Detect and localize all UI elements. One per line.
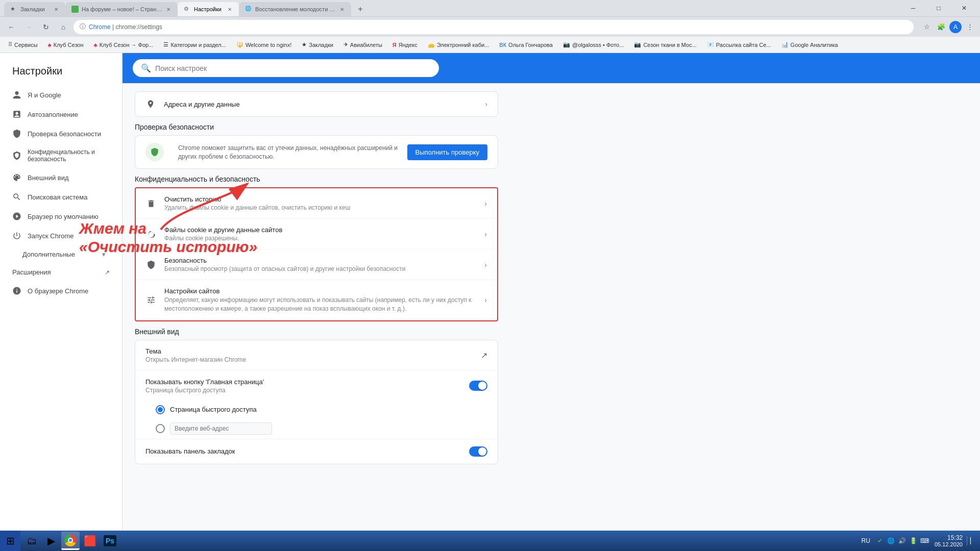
- sidebar-item-default-browser[interactable]: Браузер по умолчанию: [0, 207, 118, 226]
- bookmark-mailing[interactable]: 📧Рассылка сайта Се...: [703, 39, 775, 50]
- theme-subtitle: Открыть Интернет-магазин Chrome: [145, 356, 481, 363]
- sidebar-item-appearance[interactable]: Внешний вид: [0, 168, 118, 187]
- radio-quick-access[interactable]: Страница быстрого доступа: [135, 401, 498, 418]
- bookmark-categories[interactable]: ☰Категории и раздел...: [159, 39, 230, 50]
- tab-favicon-bookmarks: ★: [10, 6, 17, 13]
- autofill-icon: [12, 110, 21, 119]
- show-desktop-icon[interactable]: ▏: [967, 536, 976, 545]
- new-tab-button[interactable]: +: [353, 2, 368, 16]
- tab-close-bookmarks[interactable]: ✕: [53, 6, 59, 13]
- search-input[interactable]: [155, 64, 431, 72]
- start-button[interactable]: ⊞: [0, 531, 20, 551]
- tabs-area: ★ Закладки ✕ На форуме – новое! – Страни…: [4, 0, 901, 16]
- bookmark-analytics[interactable]: 📊Google Аналитика: [777, 39, 842, 50]
- address-box[interactable]: ⓘ Chrome | chrome://settings: [74, 20, 914, 34]
- forward-button[interactable]: →: [21, 20, 36, 34]
- bookmark-clubseason2[interactable]: ♣Клуб Сезон → Фор...: [90, 40, 158, 50]
- sliders-icon: [146, 295, 156, 305]
- radio-label-quick-access: Страница быстрого доступа: [170, 406, 257, 413]
- cookies-item[interactable]: Файлы cookie и другие данные сайтов Файл…: [136, 218, 497, 249]
- taskbar-item-photoshop[interactable]: Ps: [101, 532, 119, 550]
- tab-close-settings[interactable]: ✕: [227, 6, 233, 13]
- tab-restore[interactable]: 🌐 Восстановление молодости ли... ✕: [239, 2, 351, 16]
- address-arrow-icon: ›: [485, 100, 487, 108]
- search-box[interactable]: 🔍: [133, 59, 439, 77]
- sidebar-item-privacy[interactable]: Конфиденциальность и безопасность: [0, 143, 118, 168]
- back-button[interactable]: ←: [4, 20, 18, 34]
- bookmark-nginx[interactable]: 🔱Welcome to nginx!: [232, 39, 296, 50]
- sidebar-item-security-check[interactable]: Проверка безопасности: [0, 124, 118, 143]
- security-item[interactable]: Безопасность Безопасный просмотр (защита…: [136, 249, 497, 280]
- radio-web-address[interactable]: [135, 418, 498, 439]
- tab-bookmarks[interactable]: ★ Закладки ✕: [4, 2, 65, 16]
- address-text-block: Адреса и другие данные: [164, 101, 485, 108]
- sidebar-item-about[interactable]: О браузере Chrome: [0, 281, 118, 300]
- address-item[interactable]: Адреса и другие данные ›: [135, 92, 498, 116]
- sidebar-item-search[interactable]: Поисковая система: [0, 187, 118, 207]
- web-address-input[interactable]: [170, 422, 272, 435]
- winstore-icon: 🟥: [84, 535, 96, 547]
- bookmark-clubseason[interactable]: ♣Клуб Сезон: [44, 40, 88, 50]
- bookmarks-bar-title: Показывать панель закладок: [145, 447, 469, 455]
- language-button[interactable]: RU: [859, 536, 873, 545]
- home-button[interactable]: ⌂: [56, 20, 70, 34]
- home-button-subtitle: Страница быстрого доступа: [145, 387, 469, 394]
- security-title: Безопасность: [164, 257, 484, 264]
- minimize-button[interactable]: ─: [901, 1, 925, 15]
- clock[interactable]: 15:32 05.12.2020: [935, 534, 963, 547]
- profile-icon[interactable]: A: [949, 21, 962, 33]
- bookmark-cabinet[interactable]: 👝Электронний каби...: [424, 39, 494, 50]
- sidebar-item-advanced[interactable]: Дополнительные ▾: [0, 245, 118, 263]
- privacy-section: Конфиденциальность и безопасность Очисти…: [135, 175, 498, 321]
- keyboard-icon: ⌨: [920, 536, 929, 545]
- extension-icon[interactable]: 🧩: [935, 21, 947, 33]
- maximize-button[interactable]: □: [927, 1, 950, 15]
- taskbar-item-winstore[interactable]: 🟥: [81, 532, 100, 550]
- site-settings-item[interactable]: Настройки сайтов Определяет, какую инфор…: [136, 280, 497, 320]
- speaker-icon: 🔊: [898, 536, 907, 545]
- taskbar: ⊞ 🗂 ▶ 🟥 Ps RU ✔ 🌐 🔊: [0, 531, 980, 551]
- bookmarks-bar-toggle[interactable]: [469, 446, 487, 457]
- chrome-icon: [64, 534, 77, 546]
- security-arrow-icon: ›: [484, 261, 487, 269]
- taskbar-item-chrome[interactable]: [61, 532, 80, 550]
- sidebar-item-startup[interactable]: Запуск Chrome: [0, 226, 118, 245]
- clear-history-text: Очистить историю Удалить файлы cookie и …: [164, 195, 484, 211]
- tab-close-forum[interactable]: ✕: [165, 6, 172, 13]
- home-button-toggle[interactable]: [469, 381, 487, 391]
- close-button[interactable]: ✕: [952, 1, 976, 15]
- bookmark-yandex[interactable]: ЯЯндекс: [388, 40, 422, 50]
- bookmark-avia[interactable]: ✈Авиабилеты: [339, 39, 386, 50]
- tab-forum[interactable]: На форуме – новое! – Страниц... ✕: [65, 2, 178, 16]
- bookmark-photo1[interactable]: 📷@olgalosss • Фото...: [559, 39, 628, 50]
- reload-button[interactable]: ↻: [39, 20, 53, 34]
- bookmark-vk[interactable]: ВКОльга Гончарова: [495, 40, 557, 50]
- radio-circle-web-address: [156, 424, 165, 433]
- security-check-button[interactable]: Выполнить проверку: [407, 144, 487, 160]
- taskbar-item-media[interactable]: ▶: [42, 532, 60, 550]
- tab-settings[interactable]: ⚙ Настройки ✕: [178, 2, 239, 16]
- taskbar-tray: RU ✔ 🌐 🔊 🔋 ⌨ 15:32 05.12.2020 ▏: [854, 534, 980, 547]
- cookie-icon: [146, 229, 156, 239]
- radio-circle-quick-access: [156, 405, 165, 414]
- menu-icon[interactable]: ⋮: [964, 21, 976, 33]
- address-title: Адреса и другие данные: [164, 101, 485, 108]
- tab-close-restore[interactable]: ✕: [339, 6, 345, 13]
- security-check-card: Chrome поможет защитить вас от утечки да…: [135, 135, 498, 169]
- address-card: Адреса и другие данные ›: [135, 91, 498, 117]
- sidebar-item-me-google[interactable]: Я и Google: [0, 85, 118, 105]
- bookmarks-bar: ⠿Сервисы ♣Клуб Сезон ♣Клуб Сезон → Фор..…: [0, 37, 980, 53]
- theme-item[interactable]: Тема Открыть Интернет-магазин Chrome ↗: [135, 340, 498, 370]
- taskbar-item-files[interactable]: 🗂: [22, 532, 41, 550]
- clear-history-item[interactable]: Очистить историю Удалить файлы cookie и …: [136, 188, 497, 218]
- bookmark-star-icon[interactable]: ☆: [921, 21, 933, 33]
- sidebar-label-about: О браузере Chrome: [28, 287, 88, 295]
- bookmark-bookmarks[interactable]: ★Закладки: [298, 39, 337, 50]
- sidebar-item-extensions[interactable]: Расширения ↗: [0, 263, 122, 281]
- sidebar-item-autofill[interactable]: Автозаполнение: [0, 105, 118, 124]
- bookmark-photo2[interactable]: 📷Сезон ткани в Мос...: [630, 39, 700, 50]
- bookmark-apps[interactable]: ⠿Сервисы: [4, 39, 42, 50]
- sidebar-label-default-browser: Браузер по умолчанию: [28, 213, 99, 220]
- home-button-text: Показывать кнопку 'Главная страница' Стр…: [145, 378, 469, 394]
- clear-history-title: Очистить историю: [164, 195, 484, 203]
